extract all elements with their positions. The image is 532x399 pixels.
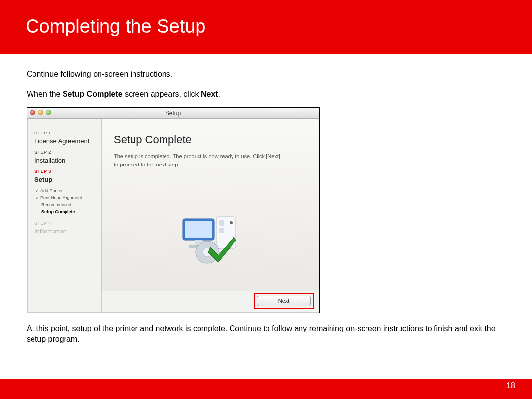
minimize-icon[interactable] bbox=[38, 110, 43, 115]
next-button[interactable]: Next bbox=[257, 296, 311, 306]
next-button-highlight: Next bbox=[254, 293, 314, 309]
close-icon[interactable] bbox=[30, 110, 35, 115]
zoom-icon[interactable] bbox=[46, 110, 51, 115]
step3-title: Setup bbox=[34, 176, 97, 183]
step3-label: STEP 3 bbox=[34, 169, 97, 174]
setup-window-screenshot: Setup STEP 1 License Agreement STEP 2 In… bbox=[27, 107, 320, 313]
content-panel: Continue following on-screen instruction… bbox=[0, 54, 532, 379]
instruction-line-2: When the Setup Complete screen appears, … bbox=[27, 90, 505, 99]
setup-complete-illustration bbox=[176, 214, 245, 268]
svg-rect-2 bbox=[219, 228, 224, 233]
step3-substeps: Add Printer Print Head Alignment Recomme… bbox=[41, 187, 97, 216]
content-body: The setup is completed. The product is n… bbox=[114, 152, 281, 168]
substep-alignment: Print Head Alignment Recommended bbox=[41, 194, 97, 208]
step2-title: Installation bbox=[34, 157, 97, 164]
slide-title: Completing the Setup bbox=[26, 16, 532, 37]
step1-title: License Agreement bbox=[34, 137, 97, 145]
step4-title: Information bbox=[34, 228, 97, 235]
step4-label: STEP 4 bbox=[34, 221, 97, 226]
window-traffic-lights bbox=[30, 110, 51, 115]
page-number: 18 bbox=[506, 381, 515, 390]
window-title: Setup bbox=[166, 110, 181, 117]
step2-label: STEP 2 bbox=[34, 150, 97, 155]
step1-label: STEP 1 bbox=[34, 131, 97, 135]
content-heading: Setup Complete bbox=[114, 133, 307, 146]
main-content: Setup Complete The setup is completed. T… bbox=[101, 119, 319, 312]
slide-header: Completing the Setup bbox=[0, 0, 532, 46]
substep-add-printer: Add Printer bbox=[41, 187, 97, 194]
substep-complete: Setup Complete bbox=[41, 208, 97, 215]
svg-rect-5 bbox=[185, 221, 212, 238]
step-sidebar: STEP 1 License Agreement STEP 2 Installa… bbox=[28, 119, 101, 312]
svg-point-3 bbox=[230, 221, 233, 224]
svg-rect-1 bbox=[219, 220, 224, 226]
window-body: STEP 1 License Agreement STEP 2 Installa… bbox=[27, 119, 319, 313]
instruction-line-1: Continue following on-screen instruction… bbox=[27, 70, 505, 79]
window-titlebar: Setup bbox=[27, 108, 319, 119]
closing-text: At this point, setup of the printer and … bbox=[27, 323, 499, 344]
button-bar: Next bbox=[102, 291, 319, 312]
